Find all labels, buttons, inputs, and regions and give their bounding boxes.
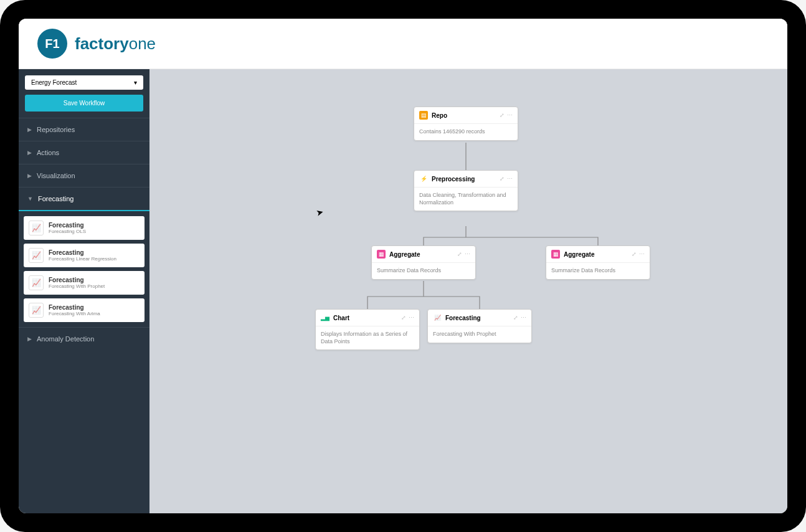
menu-icon[interactable]: ⋯ <box>639 251 645 257</box>
chevron-right-icon <box>27 126 32 133</box>
node-header: ▂▅ Chart ⤢ ⋯ <box>316 310 419 326</box>
chevron-down-icon: ▾ <box>134 79 137 86</box>
node-body: Forecasting With Prophet <box>428 326 531 343</box>
section-label: Forecasting <box>38 195 73 202</box>
tool-subtitle: Forecasting With Prophet <box>49 283 105 289</box>
tool-subtitle: Forecasting OLS <box>49 229 86 234</box>
node-title: Preprocessing <box>432 176 496 183</box>
node-title: Repo <box>432 112 496 119</box>
section-label: Visualization <box>37 172 75 179</box>
line-chart-icon: 📈 <box>29 248 44 263</box>
node-actions: ⤢ ⋯ <box>500 112 513 118</box>
workflow-select-value: Energy Forecast <box>31 79 77 86</box>
forecasting-tools-list: 📈 Forecasting Forecasting OLS 📈 Forecast… <box>19 211 149 327</box>
node-body: Contains 1465290 records <box>414 124 518 140</box>
expand-icon[interactable]: ⤢ <box>457 251 462 257</box>
sidebar-section-visualization[interactable]: Visualization <box>19 164 149 187</box>
node-preprocessing[interactable]: ⚡ Preprocessing ⤢ ⋯ Data Cleaning, Trans… <box>414 170 518 211</box>
database-icon: ▤ <box>419 111 428 120</box>
node-actions: ⤢ ⋯ <box>632 251 645 257</box>
node-forecasting[interactable]: 📈 Forecasting ⤢ ⋯ Forecasting With Proph… <box>427 309 532 343</box>
tool-forecasting-arima[interactable]: 📈 Forecasting Forecasting With Arima <box>24 298 145 322</box>
node-body: Summarize Data Records <box>372 263 475 279</box>
menu-icon[interactable]: ⋯ <box>409 315 414 321</box>
tool-forecasting-ols[interactable]: 📈 Forecasting Forecasting OLS <box>24 216 145 240</box>
tool-title: Forecasting <box>49 222 86 229</box>
sidebar-section-repositories[interactable]: Repositories <box>19 118 149 141</box>
node-body: Displays Information as a Series of Data… <box>316 326 419 349</box>
node-actions: ⤢ ⋯ <box>401 315 414 321</box>
node-header: ▤ Repo ⤢ ⋯ <box>414 107 518 124</box>
node-header: 📈 Forecasting ⤢ ⋯ <box>428 310 531 326</box>
chevron-down-icon <box>27 196 33 202</box>
expand-icon[interactable]: ⤢ <box>500 176 505 182</box>
node-actions: ⤢ ⋯ <box>500 176 513 182</box>
node-header: ▦ Aggregate ⤢ ⋯ <box>372 246 475 263</box>
section-label: Anomaly Detection <box>37 335 94 343</box>
node-title: Aggregate <box>389 251 453 258</box>
expand-icon[interactable]: ⤢ <box>513 315 518 321</box>
node-header: ⚡ Preprocessing ⤢ ⋯ <box>414 171 518 188</box>
node-title: Forecasting <box>445 315 510 321</box>
sidebar: ≪ Energy Forecast ▾ Save Workflow Reposi… <box>19 69 149 513</box>
tool-title: Forecasting <box>49 277 105 283</box>
tool-title: Forecasting <box>49 249 116 256</box>
chevron-right-icon <box>27 173 32 179</box>
bolt-icon: ⚡ <box>419 174 428 183</box>
menu-icon[interactable]: ⋯ <box>507 176 513 182</box>
expand-icon[interactable]: ⤢ <box>632 251 637 257</box>
expand-icon[interactable]: ⤢ <box>401 315 406 321</box>
line-chart-icon: 📈 <box>29 275 44 290</box>
section-label: Repositories <box>37 126 75 133</box>
app-screen: F1 factoryone ≪ Energy Forecast ▾ Save W… <box>19 19 787 513</box>
tool-text: Forecasting Forecasting OLS <box>49 222 86 234</box>
tool-text: Forecasting Forecasting With Prophet <box>49 277 105 289</box>
tool-text: Forecasting Forecasting With Arima <box>49 304 100 316</box>
tool-title: Forecasting <box>49 304 100 311</box>
bar-chart-icon: ▂▅ <box>321 313 330 322</box>
tablet-frame: F1 factoryone ≪ Energy Forecast ▾ Save W… <box>0 0 806 532</box>
section-label: Actions <box>37 149 59 156</box>
node-title: Aggregate <box>564 251 628 258</box>
node-body: Summarize Data Records <box>546 263 650 279</box>
node-actions: ⤢ ⋯ <box>457 251 470 257</box>
sidebar-section-anomaly[interactable]: Anomaly Detection <box>19 327 149 350</box>
line-chart-icon: 📈 <box>29 221 44 235</box>
cursor-icon: ➤ <box>315 207 325 219</box>
chevron-right-icon <box>27 336 32 342</box>
node-repo[interactable]: ▤ Repo ⤢ ⋯ Contains 1465290 records <box>414 107 518 141</box>
node-actions: ⤢ ⋯ <box>513 315 526 321</box>
node-aggregate-right[interactable]: ▦ Aggregate ⤢ ⋯ Summarize Data Records <box>546 245 650 280</box>
menu-icon[interactable]: ⋯ <box>507 112 513 118</box>
node-body: Data Cleaning, Transformation and Normal… <box>414 188 518 211</box>
line-chart-icon: 📈 <box>29 303 44 318</box>
node-chart[interactable]: ▂▅ Chart ⤢ ⋯ Displays Information as a S… <box>315 309 420 350</box>
main-area: ≪ Energy Forecast ▾ Save Workflow Reposi… <box>19 69 787 513</box>
grid-icon: ▦ <box>377 250 386 259</box>
node-title: Chart <box>333 315 397 321</box>
app-header: F1 factoryone <box>19 19 787 69</box>
sidebar-section-forecasting[interactable]: Forecasting <box>19 187 149 211</box>
workflow-canvas[interactable]: ➤ ▤ Repo ⤢ ⋯ Contains 146529 <box>149 69 787 513</box>
tool-subtitle: Forecasting Linear Regression <box>49 256 116 262</box>
expand-icon[interactable]: ⤢ <box>500 112 505 118</box>
sidebar-top: Energy Forecast ▾ Save Workflow <box>19 69 149 118</box>
save-workflow-button[interactable]: Save Workflow <box>25 95 143 112</box>
chevron-right-icon <box>27 150 32 156</box>
tool-forecasting-linear[interactable]: 📈 Forecasting Forecasting Linear Regress… <box>24 244 145 267</box>
logo-light: one <box>129 34 156 53</box>
tool-forecasting-prophet[interactable]: 📈 Forecasting Forecasting With Prophet <box>24 271 145 295</box>
menu-icon[interactable]: ⋯ <box>465 251 470 257</box>
workflow-select[interactable]: Energy Forecast ▾ <box>25 75 143 90</box>
logo-badge-icon: F1 <box>37 29 67 59</box>
grid-icon: ▦ <box>551 250 560 259</box>
tool-text: Forecasting Forecasting Linear Regressio… <box>49 249 116 262</box>
sidebar-section-actions[interactable]: Actions <box>19 141 149 164</box>
node-aggregate-left[interactable]: ▦ Aggregate ⤢ ⋯ Summarize Data Records <box>371 245 476 280</box>
line-chart-icon: 📈 <box>433 313 442 322</box>
node-header: ▦ Aggregate ⤢ ⋯ <box>546 246 650 263</box>
tool-subtitle: Forecasting With Arima <box>49 311 100 316</box>
menu-icon[interactable]: ⋯ <box>521 315 526 321</box>
logo-bold: factory <box>75 34 129 53</box>
logo-text: factoryone <box>75 34 156 54</box>
